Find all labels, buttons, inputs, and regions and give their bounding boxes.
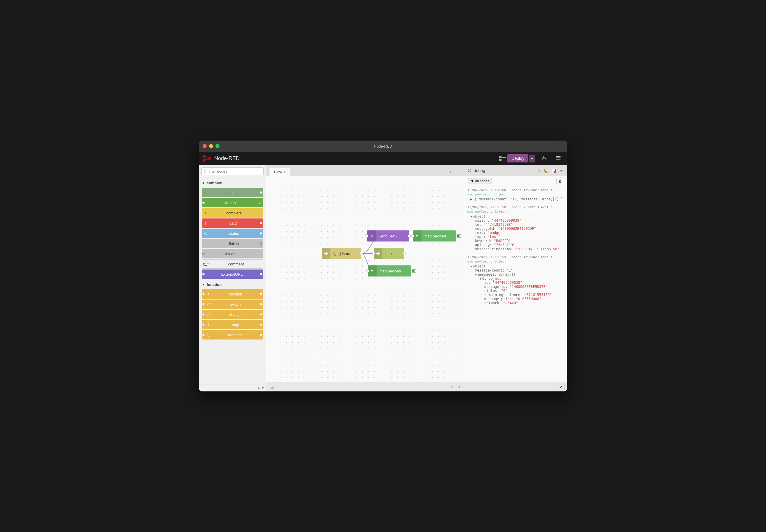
node-range[interactable]: i range [202,320,263,329]
menu-icon-button[interactable] [553,154,563,163]
debug-msg-3-object: ▼object message-count: "1" ▼messages: ar… [470,264,564,305]
flow-tab-1[interactable]: Flow 1 [269,168,290,176]
node-linkout-label: link out [205,252,256,256]
debug-panel-title: debug [474,168,485,173]
get-sms-port-right [360,252,363,255]
change-icon: ⇄ [205,312,212,317]
node-linkout[interactable]: link out → [202,249,263,258]
content-area: ▼ common → inject debug ≡ ! [199,165,567,391]
svg-point-8 [543,156,545,158]
http-label: http [382,251,395,256]
inject-port-right [259,188,263,197]
switch-port-right [259,300,263,309]
switch-icon: ⇄ [205,302,212,307]
maximize-button[interactable] [216,144,220,148]
node-status[interactable]: ∿ status [202,229,263,238]
debug-clear-button[interactable]: 🗑 [556,178,564,184]
canvas-node-msg-payload-2[interactable]: ≡ msg.payload [368,265,416,277]
canvas-zoom-in[interactable]: + [456,384,462,390]
canvas-footer: ⊞ − ○ + [266,382,465,391]
catch-port-right [259,218,263,228]
debug-message-2: 12/06/2020, 12:36:58 node: 752a9213.42cf… [467,205,564,251]
svg-marker-13 [376,252,380,255]
add-flow-button[interactable]: + [447,168,454,176]
debug-msg-1-body: ▶ { message-count: "1", messages: array[… [467,197,564,201]
node-inject[interactable]: → inject [202,188,263,197]
node-externalurl-label: ExternalURL [205,272,259,277]
node-catch[interactable]: ! catch [202,218,263,228]
node-template[interactable]: {} template [202,330,263,339]
inject-icon: → [202,190,209,195]
debug-message-1: 12/06/2020, 10:38:08 node: 1e9250c7.bdbc… [467,188,564,201]
flow-menu-button[interactable]: ≡ [454,168,462,176]
complete-port-right [259,208,263,218]
debug-content: 12/06/2020, 10:38:08 node: 1e9250c7.bdbc… [465,186,567,382]
category-label-function: function [207,282,222,287]
catch-icon: ! [202,221,209,225]
debug-info-button[interactable]: ℹ [536,167,541,174]
deploy-area: Deploy ▾ [499,154,535,162]
sidebar-nodes: ▼ common → inject debug ≡ ! [199,178,266,384]
node-comment-label: comment [209,262,263,266]
debug-chart-button[interactable]: 📊 [550,167,558,174]
canvas-connections [266,176,465,382]
titlebar-buttons [203,144,220,148]
minimize-button[interactable] [209,144,213,148]
node-debug-label: debug [205,201,256,205]
send-sms-port-right [408,235,411,237]
search-input[interactable] [202,167,264,175]
debug-expand-button[interactable]: ⤢ [557,384,564,390]
deploy-dropdown-button[interactable]: ▾ [529,155,535,162]
sidebar-scroll-down[interactable]: ▼ [261,386,265,390]
canvas-node-get-sms[interactable]: [get] /sms [322,248,361,259]
sidebar-footer: ▲ ▼ [199,384,266,391]
debug-toolbar: ▼ all nodes 🗑 [465,176,567,186]
canvas-node-send-sms[interactable]: ⟳ Send SMS [367,230,409,241]
debug-icon: ≡ [256,201,263,205]
debug-filter-button[interactable]: ▼ all nodes [468,178,492,184]
svg-rect-14 [468,169,469,170]
canvas-node-http[interactable]: http [374,248,404,259]
node-linkin[interactable]: → link in [202,239,263,248]
user-icon-button[interactable] [539,154,549,163]
canvas-zoom-out[interactable]: − [441,384,447,390]
deploy-button[interactable]: Deploy [507,154,528,162]
comment-icon: 💬 [202,261,209,267]
user-icon [541,155,547,161]
canvas-grid-button[interactable]: ⊞ [269,384,276,390]
node-switch[interactable]: ⇄ switch [202,300,263,309]
flow-tabs: Flow 1 + ≡ [266,165,465,176]
debug-msg-2-object: ▼object msisdn: "447403969038" to: "4474… [470,214,564,251]
canvas-node-msg-payload-1[interactable]: ≡ msg.payload [413,230,461,241]
debug-msg-3-type: msg.payload : Object [467,260,564,263]
debug-port-left [202,198,205,207]
debug-panel-menu[interactable]: ▾ [558,167,564,174]
titlebar: Node-RED [199,141,567,152]
complete-icon: ! [202,211,209,215]
linkout-icon: → [256,252,263,256]
node-debug[interactable]: debug ≡ [202,198,263,207]
node-inject-label: inject [209,190,259,195]
node-status-label: status [209,231,259,236]
debug-msg-2-type: msg.payload : Object [467,210,564,213]
canvas-zoom-fit[interactable]: ○ [449,384,454,390]
linkin-icon: → [202,241,209,246]
sidebar-scroll-up[interactable]: ▲ [257,386,261,390]
node-function[interactable]: f function [202,289,263,299]
node-linkin-label: link in [209,241,259,246]
node-complete[interactable]: ! complete [202,208,263,218]
template-port-left [202,330,205,339]
category-arrow-common: ▼ [202,181,205,185]
node-comment[interactable]: 💬 comment [202,259,263,269]
canvas[interactable]: [get] /sms ⟳ Send SMS [266,176,465,382]
range-port-right [259,320,263,329]
node-change[interactable]: ⇄ change [202,310,263,319]
node-externalurl[interactable]: ExternalURL [202,269,263,279]
debug-bug-button[interactable]: 🐛 [541,167,550,174]
close-button[interactable] [203,144,207,148]
function-port-right [259,289,263,299]
category-common[interactable]: ▼ common [199,179,266,187]
category-function[interactable]: ▼ function [199,281,266,288]
range-icon: i [205,323,212,326]
linkout-port-left [202,249,205,258]
